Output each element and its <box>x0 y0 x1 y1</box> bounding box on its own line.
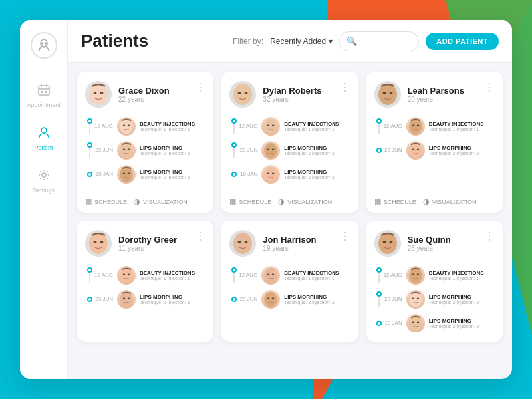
timeline-dot-col <box>85 267 94 283</box>
sidebar-item-appointment[interactable]: Appointment <box>25 77 63 114</box>
svg-point-69 <box>245 241 248 243</box>
treatment-face <box>406 290 425 309</box>
svg-point-48 <box>412 125 414 126</box>
treatment-info: LIPS MORPHING Technique: 2 Injection: 3 <box>284 145 334 156</box>
treatment-date: 23 JUN <box>94 296 113 303</box>
procedure-name: LIPS MORPHING <box>140 145 190 151</box>
procedure-name: LIPS MORPHING <box>284 294 334 300</box>
visualization-icon: ◑ <box>423 198 430 206</box>
card-info: Dylan Roberts 32 years <box>263 86 339 103</box>
procedure-detail: Technique: 2 Injection: 3 <box>284 151 334 156</box>
treatment-face <box>117 141 136 160</box>
svg-point-22 <box>122 145 130 149</box>
timeline-item: 23 JUN LIPS MORPHING Technique: 2 Inject… <box>374 287 495 311</box>
card-info: Dorothy Greer 11 years <box>118 235 195 252</box>
card-menu-icon[interactable]: ⋮ <box>340 230 350 243</box>
treatment-info: BEAUTY INJECTIONS Technique: 1 Injection… <box>140 270 195 281</box>
svg-point-88 <box>412 298 414 299</box>
main-panel: Appointment Patient Settings <box>20 20 512 379</box>
procedure-detail: Technique: 2 Injection: 3 <box>284 300 334 305</box>
treatment-date: 12 AUG <box>384 123 402 130</box>
card-info: Jon Harrison 19 years <box>263 235 339 252</box>
timeline-item: 10 JAN LIPS MORPHING Technique: 2 Inject… <box>85 162 205 186</box>
treatment-face <box>261 290 280 309</box>
svg-point-25 <box>128 173 130 174</box>
patient-avatar <box>229 230 256 257</box>
add-patient-button[interactable]: ADD PATIENT <box>426 33 499 50</box>
svg-point-93 <box>416 322 419 323</box>
procedure-detail: Technique: 2 Injection: 3 <box>429 324 479 329</box>
card-actions: ▦ SCHEDULE ◑ VISUALIZATION <box>85 192 205 206</box>
timeline-dot-col <box>85 142 94 158</box>
sidebar-item-settings[interactable]: Settings <box>25 162 63 200</box>
schedule-button[interactable]: ▦ SCHEDULE <box>85 198 127 206</box>
visualization-button[interactable]: ◑ VISUALIZATION <box>278 198 332 206</box>
treatment-info: BEAUTY INJECTIONS Technique: 1 Injection… <box>140 121 195 132</box>
procedure-detail: Technique: 2 Injection: 3 <box>429 151 479 156</box>
card-menu-icon[interactable]: ⋮ <box>340 81 350 94</box>
filter-select[interactable]: Recently Added ▾ <box>270 37 332 46</box>
treatment-face <box>261 141 280 160</box>
logo <box>31 32 57 59</box>
svg-point-82 <box>382 235 393 241</box>
timeline-dot <box>376 291 382 297</box>
timeline-dot <box>231 297 237 302</box>
svg-point-28 <box>238 92 241 94</box>
visualization-button[interactable]: ◑ VISUALIZATION <box>134 198 188 206</box>
procedure-detail: Technique: 2 Injection: 3 <box>140 300 190 305</box>
svg-point-18 <box>122 121 130 125</box>
procedure-name: LIPS MORPHING <box>429 294 479 300</box>
card-menu-icon[interactable]: ⋮ <box>484 81 495 94</box>
schedule-button[interactable]: ▦ SCHEDULE <box>229 198 271 206</box>
card-menu-icon[interactable]: ⋮ <box>484 230 495 243</box>
procedure-name: BEAUTY INJECTIONS <box>429 270 484 276</box>
timeline-dot-col <box>85 297 94 302</box>
patient-icon <box>37 126 51 142</box>
svg-point-30 <box>237 86 248 92</box>
svg-point-1 <box>41 43 43 44</box>
timeline-dot-col <box>374 267 384 283</box>
svg-point-29 <box>245 92 248 94</box>
timeline-dot-col <box>229 297 239 302</box>
card-menu-icon[interactable]: ⋮ <box>195 230 205 243</box>
timeline-dot <box>376 118 382 124</box>
timeline-item: 12 AUG BEAUTY INJECTIONS Technique: 1 In… <box>374 263 495 287</box>
search-box[interactable]: 🔍 <box>339 31 419 51</box>
svg-point-12 <box>94 92 97 94</box>
card-header: Dylan Roberts 32 years ⋮ <box>229 81 350 108</box>
timeline-item: 12 AUG BEAUTY INJECTIONS Technique: 1 In… <box>229 114 350 138</box>
svg-point-74 <box>267 270 275 274</box>
treatment-face <box>117 290 136 309</box>
timeline-dot <box>87 267 92 273</box>
patient-avatar <box>229 81 256 108</box>
schedule-button[interactable]: ▦ SCHEDULE <box>374 198 416 206</box>
patient-age: 32 years <box>263 96 339 103</box>
treatment-date: 23 JUN <box>94 147 113 154</box>
timeline-dot <box>231 172 237 177</box>
timeline-dot <box>87 172 92 177</box>
card-header: Leah Parsons 20 years ⋮ <box>374 81 495 108</box>
procedure-detail: Technique: 1 Injection: 1 <box>140 127 195 132</box>
appointment-icon <box>37 83 51 100</box>
svg-point-76 <box>267 298 270 299</box>
procedure-detail: Technique: 2 Injection: 3 <box>140 151 190 156</box>
svg-point-81 <box>389 241 392 243</box>
sidebar: Appointment Patient Settings <box>20 20 68 379</box>
sidebar-item-patient[interactable]: Patient <box>25 120 63 157</box>
svg-point-33 <box>272 125 275 126</box>
treatment-date: 10 JAN <box>384 320 402 327</box>
svg-point-2 <box>45 43 47 44</box>
svg-point-46 <box>382 86 393 92</box>
timeline-dot <box>87 142 92 148</box>
card-header: Dorothy Greer 11 years ⋮ <box>85 230 205 257</box>
timeline-dot-col <box>229 142 239 158</box>
svg-point-70 <box>237 235 248 241</box>
visualization-button[interactable]: ◑ VISUALIZATION <box>423 198 477 206</box>
treatment-info: LIPS MORPHING Technique: 2 Injection: 3 <box>284 169 334 180</box>
card-menu-icon[interactable]: ⋮ <box>195 81 205 94</box>
card-actions: ▦ SCHEDULE ◑ VISUALIZATION <box>374 192 495 206</box>
card-info: Grace Dixon 22 years <box>118 86 195 103</box>
timeline-dot-col <box>229 172 239 177</box>
patient-age: 26 years <box>408 245 484 252</box>
patient-avatar <box>85 81 112 108</box>
